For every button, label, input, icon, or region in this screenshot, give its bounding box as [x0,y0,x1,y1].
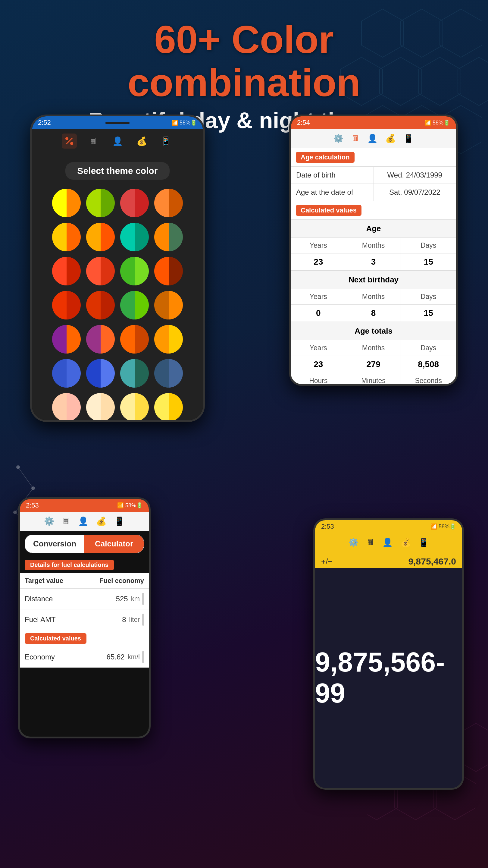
color-option-3[interactable] [120,189,149,217]
status-time-conv: 2:53 [26,501,39,509]
color-option-24[interactable] [154,359,183,388]
next-months-header: Months [346,289,401,304]
app-nav-conv: ⚙️ 🖩 👤 💰 📱 [20,512,149,531]
next-days-val: 15 [401,305,456,321]
sci-main-number: 9,875,566-99 [315,647,462,709]
color-option-1[interactable] [52,189,81,217]
color-option-9[interactable] [52,257,81,285]
phone-age-calc: 2:54 📶58%🔋 ⚙️ 🖩 👤 💰 📱 Age calculation Da… [289,115,458,386]
conv-nav-phone[interactable]: 📱 [114,516,125,526]
conv-nav-money[interactable]: 💰 [96,516,107,526]
color-picker-dialog: Select theme color [32,153,203,420]
color-option-16[interactable] [154,291,183,319]
hours-header: Hours [291,373,346,386]
status-icons-age: 📶58%🔋 [424,119,450,126]
totals-months-val: 279 [346,356,401,373]
color-option-19[interactable] [120,325,149,353]
sci-keypad: sin cos tan RAD 2nd [315,787,462,789]
phone-theme-picker: 2:52 📶58%🔋 🖩 👤 💰 📱 Select theme color [30,115,205,422]
conv-nav-calc[interactable]: 🖩 [62,516,70,526]
next-months-val: 8 [346,305,401,321]
color-option-14[interactable] [86,291,115,319]
totals-months-header: Months [346,340,401,355]
svg-marker-6 [458,57,488,105]
next-days-header: Days [401,289,456,304]
phone-frame-right: 2:54 📶58%🔋 ⚙️ 🖩 👤 💰 📱 Age calculation Da… [289,115,458,386]
nav-icon-percent[interactable] [62,133,77,149]
sci-calc-screen: +/− 9,875,467.0 9,875,566-99 sin cos tan… [315,552,462,789]
color-option-10[interactable] [86,257,115,285]
conv-nav-person[interactable]: 👤 [78,516,89,526]
sci-nav-settings[interactable]: ⚙️ [348,537,359,547]
color-option-23[interactable] [120,359,149,388]
nav-calc[interactable]: 🖩 [351,133,360,144]
dob-value[interactable]: Wed, 24/03/1999 [374,167,456,184]
nav-icon-phone[interactable]: 📱 [158,133,173,149]
color-option-17[interactable] [52,325,81,353]
hms-col-headers: Hours Minutes Seconds [291,373,456,386]
color-option-27[interactable] [120,393,149,422]
calc-values-section: Calculated values [20,630,149,647]
color-option-12[interactable] [154,257,183,285]
age-at-label: Age at the date of [291,184,374,201]
title-line1: 60+ Color [154,18,334,61]
color-option-4[interactable] [154,189,183,217]
sci-nav-calc[interactable]: 🖩 [366,537,375,547]
color-option-25[interactable] [52,393,81,422]
age-at-value[interactable]: Sat, 09/07/2022 [374,184,456,201]
app-nav-left: 🖩 👤 💰 📱 [32,129,203,153]
next-bday-header: Next birthday [291,271,456,289]
economy-unit: km/l [128,653,140,661]
distance-label: Distance [25,595,116,603]
svg-marker-0 [361,9,404,57]
age-days-val: 15 [401,253,456,270]
sci-nav-person[interactable]: 👤 [382,537,393,547]
totals-days-val: 8,508 [401,356,456,373]
distance-row: Distance 525 km [20,589,149,610]
status-bar-conv: 2:53 📶58%🔋 [20,499,149,512]
tab-calculator[interactable]: Calculator [84,535,144,553]
color-option-6[interactable] [86,223,115,251]
color-option-13[interactable] [52,291,81,319]
totals-days-header: Days [401,340,456,355]
color-option-15[interactable] [120,291,149,319]
age-years-val: 23 [291,253,346,270]
nav-icon-money[interactable]: 💰 [134,133,149,149]
color-option-21[interactable] [52,359,81,388]
plus-minus-toggle[interactable]: +/− [321,557,332,566]
age-col-values: 23 3 15 [291,253,456,271]
fuel-calc-content: Target value Fuel economy Distance 525 k… [20,573,149,668]
next-col-headers: Years Months Days [291,289,456,305]
age-months-header: Months [346,238,401,253]
sci-main-display: 9,875,566-99 [315,568,462,787]
color-option-22[interactable] [86,359,115,388]
calc-values-badge: Calculated values [296,205,361,216]
color-option-7[interactable] [120,223,149,251]
nav-money[interactable]: 💰 [385,133,396,144]
color-option-18[interactable] [86,325,115,353]
nav-person[interactable]: 👤 [367,133,378,144]
nav-phone[interactable]: 📱 [403,133,414,144]
sci-nav-phone[interactable]: 📱 [418,537,429,547]
dob-row: Date of birth Wed, 24/03/1999 [291,167,456,184]
color-option-26[interactable] [86,393,115,422]
phone-sci-calc: 2:53 📶58%🔋 ⚙️ 🖩 👤 💰 📱 +/− 9,875,467.0 [313,518,464,789]
svg-marker-3 [340,57,383,105]
color-option-2[interactable] [86,189,115,217]
age-calc-badge: Age calculation [296,152,355,163]
svg-marker-4 [380,57,422,105]
conv-tab-bar: Conversion Calculator [25,535,144,553]
color-option-8[interactable] [154,223,183,251]
nav-icon-calc[interactable]: 🖩 [86,133,101,149]
nav-settings[interactable]: ⚙️ [333,133,344,144]
status-time-sci: 2:53 [321,523,334,530]
tab-conversion[interactable]: Conversion [25,535,84,553]
color-option-11[interactable] [120,257,149,285]
color-option-20[interactable] [154,325,183,353]
nav-icon-person[interactable]: 👤 [110,133,125,149]
sci-nav-money[interactable]: 💰 [400,537,411,547]
color-option-28[interactable] [154,393,183,422]
color-option-5[interactable] [52,223,81,251]
title-line2: combination [128,61,361,104]
conv-nav-settings[interactable]: ⚙️ [44,516,55,526]
